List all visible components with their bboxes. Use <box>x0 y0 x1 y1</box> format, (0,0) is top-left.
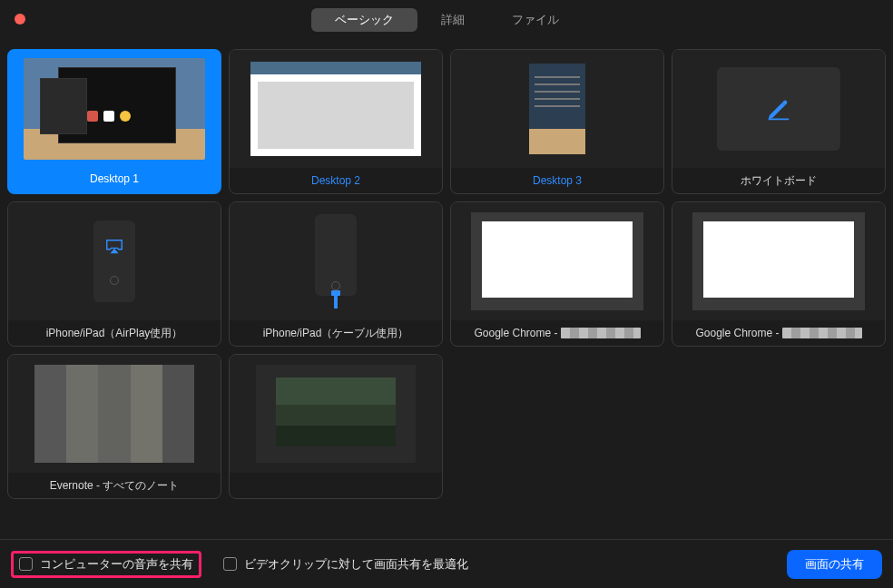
home-button-icon <box>110 276 119 285</box>
checkbox-optimize-video-clip[interactable]: ビデオクリップに対して画面共有を最適化 <box>218 553 474 576</box>
thumb-desktop-3 <box>451 50 663 168</box>
tile-iphone-cable[interactable]: iPhone/iPad（ケーブル使用） <box>229 201 443 347</box>
checkbox-label: コンピューターの音声を共有 <box>40 556 193 573</box>
svg-rect-0 <box>769 119 790 121</box>
tile-chrome-1[interactable]: Google Chrome - <box>450 201 664 347</box>
tile-evernote[interactable]: Evernote - すべてのノート <box>7 354 221 499</box>
checkbox-label: ビデオクリップに対して画面共有を最適化 <box>244 556 468 573</box>
mode-tabs: ベーシック 詳細 ファイル <box>311 8 583 32</box>
thumb-iphone-cable <box>230 202 442 320</box>
tile-label: iPhone/iPad（AirPlay使用） <box>8 320 221 346</box>
tile-label: iPhone/iPad（ケーブル使用） <box>230 320 442 346</box>
share-button[interactable]: 画面の共有 <box>787 550 882 579</box>
airplay-icon <box>104 238 124 260</box>
tile-unlabeled[interactable] <box>229 354 443 499</box>
tile-label: ホワイトボード <box>672 168 885 193</box>
thumb-chrome-1 <box>451 202 663 320</box>
tile-desktop-2[interactable]: Desktop 2 <box>229 49 443 194</box>
checkbox-box-icon <box>19 557 33 571</box>
checkbox-box-icon <box>223 557 237 571</box>
cable-icon <box>334 296 338 309</box>
source-grid: Desktop 1 Desktop 2 Desktop 3 <box>0 40 893 499</box>
tile-label: Desktop 3 <box>451 168 663 193</box>
titlebar: ベーシック 詳細 ファイル <box>0 0 893 40</box>
tile-label: Evernote - すべてのノート <box>8 473 221 498</box>
tile-label: Desktop 2 <box>230 168 442 193</box>
tile-whiteboard[interactable]: ホワイトボード <box>672 49 886 194</box>
thumb-whiteboard <box>672 50 885 168</box>
thumb-desktop-1 <box>10 52 219 166</box>
window-controls <box>15 14 25 24</box>
tile-label <box>230 473 442 498</box>
thumb-chrome-2 <box>672 202 885 320</box>
tile-label: Google Chrome - <box>672 320 885 346</box>
thumb-desktop-2 <box>230 50 442 168</box>
share-screen-dialog: ベーシック 詳細 ファイル Desktop 1 <box>0 0 893 588</box>
close-icon[interactable] <box>15 14 25 24</box>
tile-chrome-2[interactable]: Google Chrome - <box>672 201 886 347</box>
tab-basic[interactable]: ベーシック <box>311 8 417 32</box>
thumb-evernote <box>8 355 221 473</box>
redacted-text <box>782 328 862 338</box>
redacted-text <box>561 328 641 338</box>
footer-bar: コンピューターの音声を共有 ビデオクリップに対して画面共有を最適化 画面の共有 <box>0 539 893 588</box>
tile-label-prefix: Google Chrome - <box>695 327 779 339</box>
tile-desktop-3[interactable]: Desktop 3 <box>450 49 664 194</box>
tab-advanced[interactable]: 詳細 <box>417 8 488 32</box>
thumb-iphone-airplay <box>8 202 221 320</box>
tile-label: Desktop 1 <box>10 166 219 191</box>
checkbox-share-computer-audio[interactable]: コンピューターの音声を共有 <box>11 551 201 578</box>
tab-files[interactable]: ファイル <box>488 8 583 32</box>
tile-iphone-airplay[interactable]: iPhone/iPad（AirPlay使用） <box>7 201 221 347</box>
tile-desktop-1[interactable]: Desktop 1 <box>7 49 221 194</box>
pencil-icon <box>765 95 792 122</box>
tile-label-prefix: Google Chrome - <box>474 327 557 339</box>
thumb-unlabeled <box>230 355 442 473</box>
home-button-icon <box>331 281 340 290</box>
tile-label: Google Chrome - <box>451 320 663 346</box>
